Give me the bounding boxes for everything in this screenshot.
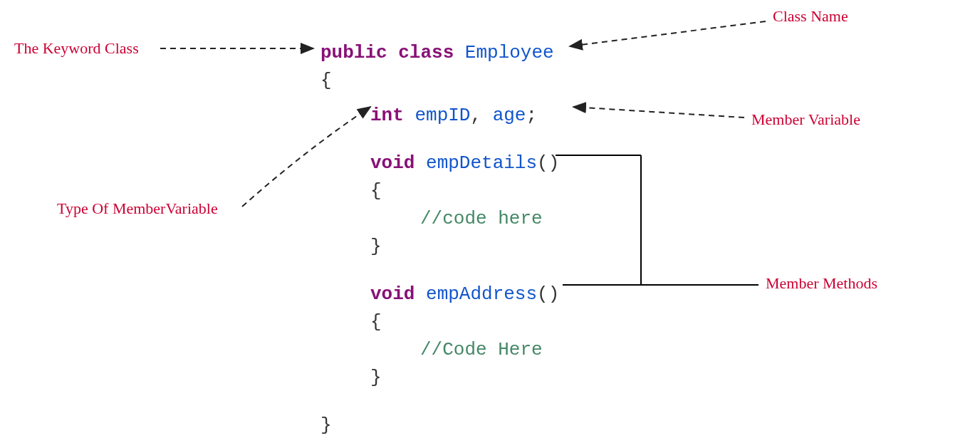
var-empid: empID [415, 105, 470, 126]
label-type-of-member: Type Of MemberVariable [57, 199, 218, 218]
comment2: //Code Here [420, 336, 559, 364]
label-class-name: Class Name [773, 7, 848, 26]
method1-close-brace: } [370, 233, 559, 261]
arrow-class-name [570, 21, 766, 46]
void-keyword-2: void [370, 283, 415, 305]
method2-name: empAddress [426, 283, 537, 305]
semicolon: ; [526, 105, 537, 126]
member-variable-line: int empID, age; [370, 102, 559, 130]
method1-name: empDetails [426, 152, 537, 174]
void-keyword-1: void [370, 152, 415, 174]
class-keyword: class [398, 42, 454, 63]
class-declaration-line: public class Employee [320, 39, 559, 67]
comment1: //code here [420, 205, 559, 233]
class-close-brace: } [320, 412, 559, 439]
method2-parens: () [537, 283, 559, 305]
method1-parens: () [537, 152, 559, 174]
method2-close-brace: } [370, 364, 559, 392]
class-name-identifier: Employee [465, 42, 554, 63]
code-block: public class Employee { int empID, age; … [320, 39, 559, 439]
label-keyword-class: The Keyword Class [14, 39, 139, 58]
int-type: int [370, 105, 404, 126]
method1-declaration: void empDetails() [370, 150, 559, 177]
var-age: age [493, 105, 526, 126]
label-member-variable: Member Variable [751, 110, 860, 129]
comma: , [470, 105, 481, 126]
arrow-member-variable [573, 107, 744, 118]
label-member-methods: Member Methods [766, 274, 877, 293]
method2-open-brace: { [370, 308, 559, 336]
method2-declaration: void empAddress() [370, 281, 559, 308]
class-open-brace: { [320, 67, 559, 95]
method1-open-brace: { [370, 177, 559, 205]
public-keyword: public [320, 42, 387, 63]
